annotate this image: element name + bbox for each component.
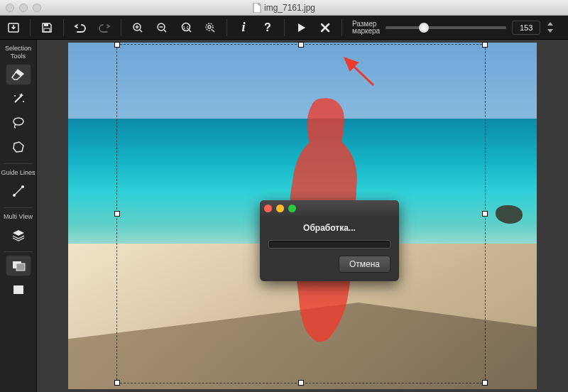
svg-point-11 bbox=[13, 118, 23, 125]
handle-mr[interactable] bbox=[482, 211, 488, 217]
info-button[interactable]: i bbox=[234, 18, 253, 37]
layers-view-button[interactable] bbox=[6, 224, 31, 246]
save-button[interactable] bbox=[38, 18, 56, 37]
svg-point-9 bbox=[14, 95, 16, 97]
step-down-button[interactable] bbox=[546, 28, 555, 35]
app-body: Selection Tools Guide Lines Multi View bbox=[0, 40, 568, 392]
titlebar: img_7161.jpg bbox=[0, 0, 568, 16]
compare-view-button[interactable] bbox=[6, 255, 31, 276]
dialog-close-button[interactable] bbox=[264, 205, 272, 212]
dialog-titlebar[interactable] bbox=[260, 200, 399, 216]
step-up-button[interactable] bbox=[546, 21, 555, 28]
zoom-in-button[interactable] bbox=[129, 18, 147, 37]
guide-lines-label: Guide Lines bbox=[1, 167, 35, 180]
help-button[interactable]: ? bbox=[258, 18, 277, 37]
redo-button[interactable] bbox=[95, 18, 114, 37]
main-toolbar: 1:1 i ? Размер маркера 153 bbox=[0, 16, 568, 40]
handle-tr[interactable] bbox=[482, 42, 488, 48]
svg-point-8 bbox=[208, 26, 211, 28]
dialog-zoom-button[interactable] bbox=[288, 205, 296, 212]
canvas-area[interactable]: Обработка... Отмена bbox=[37, 40, 568, 392]
selection-tools-label: Selection Tools bbox=[0, 43, 36, 64]
marker-size-slider[interactable] bbox=[386, 26, 506, 29]
magic-wand-tool[interactable] bbox=[6, 88, 31, 109]
annotation-arrow-icon bbox=[335, 53, 385, 91]
sidebar: Selection Tools Guide Lines Multi View bbox=[0, 40, 37, 392]
slider-thumb[interactable] bbox=[419, 23, 429, 33]
handle-tm[interactable] bbox=[298, 42, 304, 48]
dialog-cancel-button[interactable]: Отмена bbox=[339, 256, 390, 273]
dialog-message: Обработка... bbox=[268, 223, 390, 233]
document-icon bbox=[253, 3, 261, 13]
zoom-out-button[interactable] bbox=[153, 18, 171, 37]
app-window: img_7161.jpg 1:1 i ? Размер маркера 153 bbox=[0, 0, 568, 392]
handle-tl[interactable] bbox=[114, 42, 120, 48]
svg-rect-1 bbox=[44, 23, 48, 26]
lasso-tool[interactable] bbox=[6, 112, 31, 134]
cancel-button[interactable] bbox=[316, 18, 334, 37]
play-button[interactable] bbox=[292, 18, 310, 37]
marker-size-label: Размер маркера bbox=[352, 21, 380, 35]
handle-bl[interactable] bbox=[114, 380, 120, 386]
handle-bm[interactable] bbox=[298, 380, 304, 386]
single-view-button[interactable] bbox=[6, 279, 31, 300]
export-button[interactable] bbox=[4, 18, 23, 37]
handle-ml[interactable] bbox=[114, 211, 120, 217]
multi-view-label: Multi View bbox=[4, 211, 33, 224]
zoom-100-button[interactable]: 1:1 bbox=[177, 18, 195, 37]
svg-text:1:1: 1:1 bbox=[183, 26, 190, 30]
svg-rect-16 bbox=[13, 285, 23, 294]
svg-point-10 bbox=[23, 101, 24, 102]
eraser-tool[interactable] bbox=[6, 64, 31, 85]
processing-dialog: Обработка... Отмена bbox=[260, 200, 399, 281]
window-title: img_7161.jpg bbox=[0, 3, 568, 13]
handle-br[interactable] bbox=[482, 380, 488, 386]
marker-size-stepper bbox=[546, 21, 555, 35]
marker-size-control: Размер маркера 153 bbox=[352, 21, 555, 35]
svg-point-13 bbox=[21, 185, 24, 188]
document-filename: img_7161.jpg bbox=[264, 3, 315, 13]
svg-point-7 bbox=[206, 23, 213, 31]
progress-bar bbox=[268, 240, 390, 249]
undo-button[interactable] bbox=[71, 18, 89, 37]
dialog-minimize-button[interactable] bbox=[276, 205, 284, 212]
svg-rect-15 bbox=[16, 263, 25, 271]
guide-line-tool[interactable] bbox=[6, 180, 31, 202]
dialog-body: Обработка... Отмена bbox=[260, 216, 399, 281]
polygon-lasso-tool[interactable] bbox=[6, 136, 31, 158]
marker-size-value[interactable]: 153 bbox=[512, 21, 540, 35]
zoom-fit-button[interactable] bbox=[201, 18, 219, 37]
svg-point-12 bbox=[13, 194, 16, 197]
